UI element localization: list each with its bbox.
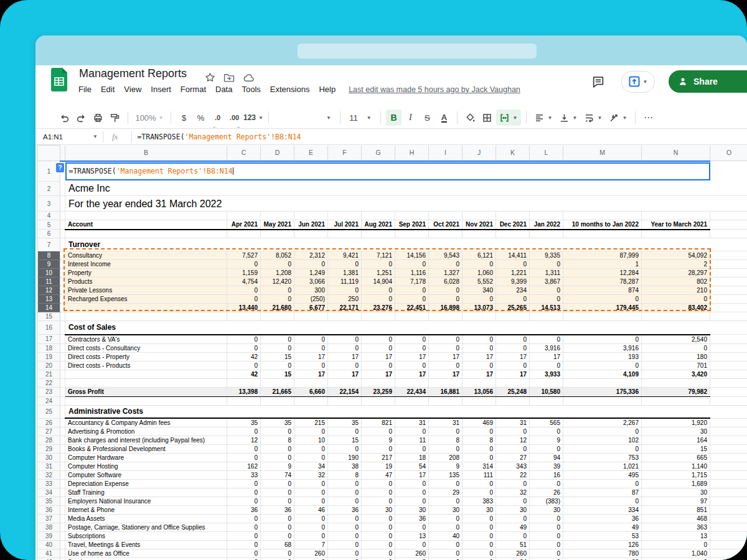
cell-value[interactable]: 0 <box>429 343 463 352</box>
cell-value[interactable]: 0 <box>261 497 294 506</box>
cell-label-18[interactable]: Direct costs - Consultancy <box>65 343 227 352</box>
cell-value[interactable]: 49 <box>563 523 642 532</box>
cell-value[interactable]: 0 <box>496 260 530 269</box>
cell-label-30[interactable]: Computer Hardware <box>65 454 227 462</box>
cell-O15[interactable] <box>710 312 747 321</box>
cell-J24[interactable] <box>463 396 496 405</box>
cell-value[interactable]: 343 <box>496 462 530 471</box>
cell-label-34[interactable]: Staff Training <box>65 488 227 497</box>
cell-month-header[interactable]: Jan 2022 <box>530 220 563 230</box>
cell-value[interactable]: 30 <box>395 506 429 515</box>
cell-value[interactable]: 78,287 <box>563 278 642 286</box>
cell-value[interactable]: 0 <box>227 549 261 558</box>
cell-value[interactable]: 111 <box>463 471 496 480</box>
cell-A19[interactable] <box>60 352 65 361</box>
cell-value[interactable]: 0 <box>395 497 429 506</box>
cell-value[interactable]: 190 <box>328 454 362 462</box>
cell-value[interactable]: 68 <box>261 541 294 549</box>
cell-editor[interactable]: =TRANSPOSE('Management Reports'!B8:N14 <box>65 162 710 180</box>
cell-label-32[interactable]: Computer Software <box>65 471 227 480</box>
cell-value[interactable]: 0 <box>429 286 463 295</box>
cell-value[interactable]: 1,221 <box>496 269 530 278</box>
cell-value[interactable]: 9 <box>429 462 463 471</box>
cell-value[interactable]: 0 <box>429 260 463 269</box>
cell-value[interactable]: 21,665 <box>261 387 294 396</box>
col-header-A[interactable] <box>60 146 65 161</box>
menu-edit[interactable]: Edit <box>101 85 115 94</box>
horizontal-align-button[interactable]: ▼ <box>532 110 555 126</box>
cell-value[interactable]: 14,513 <box>530 304 563 312</box>
cell-value[interactable]: 12 <box>496 436 530 445</box>
cell-value[interactable]: 36 <box>227 506 261 515</box>
cell-value[interactable]: 23,259 <box>362 387 395 396</box>
cell-value[interactable]: 0 <box>463 295 496 304</box>
cell-A33[interactable] <box>60 480 65 488</box>
cell-L15[interactable] <box>530 312 563 321</box>
cell-value[interactable]: 0 <box>530 532 563 541</box>
cell-value[interactable]: 0 <box>395 427 429 436</box>
cell-value[interactable]: 7 <box>294 541 328 549</box>
cell-K4[interactable] <box>496 212 530 220</box>
cell-A26[interactable] <box>60 418 65 427</box>
cell-B6[interactable] <box>65 230 227 238</box>
cell-A27[interactable] <box>60 427 65 436</box>
cell-A8[interactable] <box>60 251 65 260</box>
cell-A25[interactable] <box>60 405 65 418</box>
row-header-2[interactable]: 2 <box>38 182 60 196</box>
cell-value[interactable]: 193 <box>563 352 642 361</box>
cell-value[interactable]: 23,276 <box>362 304 395 312</box>
cell-value[interactable]: 17 <box>496 370 530 378</box>
cell-value[interactable]: 35 <box>227 418 261 427</box>
cell-value[interactable]: 0 <box>294 497 328 506</box>
cell-month-header[interactable]: Sep 2021 <box>395 220 429 230</box>
menu-data[interactable]: Data <box>215 85 232 94</box>
cell-value[interactable]: 0 <box>227 523 261 532</box>
cell-value[interactable]: 17 <box>429 370 463 378</box>
cell-E15[interactable] <box>294 312 328 321</box>
cell-O6[interactable] <box>710 230 747 238</box>
cell-value[interactable]: 2,540 <box>642 335 710 344</box>
cell-value[interactable]: 15 <box>261 370 294 378</box>
cell-value[interactable]: 0 <box>496 532 530 541</box>
cell-value[interactable]: 40 <box>429 532 463 541</box>
col-header-F[interactable]: F <box>328 146 362 161</box>
cell-value[interactable]: 0 <box>530 335 563 344</box>
cell-label-13[interactable]: Recharged Expenses <box>65 295 227 304</box>
cell-J4[interactable] <box>463 212 496 220</box>
cell-K22[interactable] <box>496 378 530 387</box>
font-size-select[interactable]: 11▼ <box>345 110 375 126</box>
cell-value[interactable]: 0 <box>530 480 563 488</box>
cell-title-3[interactable]: For the year ended 31 March 2022 <box>65 196 747 212</box>
cell-value[interactable]: 87,999 <box>563 251 642 260</box>
cell-value[interactable]: 363 <box>642 523 710 532</box>
cell-value[interactable]: 8 <box>429 436 463 445</box>
cell-value[interactable]: 0 <box>496 427 530 436</box>
cell-value[interactable]: 0 <box>362 286 395 295</box>
cell-value[interactable]: 0 <box>227 480 261 488</box>
cell-value[interactable]: 0 <box>395 558 429 560</box>
menu-extensions[interactable]: Extensions <box>270 85 310 94</box>
cell-value[interactable]: 0 <box>429 295 463 304</box>
cell-value[interactable]: 13,056 <box>463 387 496 396</box>
cell-value[interactable]: 0 <box>328 497 362 506</box>
cell-value[interactable]: 1,381 <box>328 269 362 278</box>
cell-value[interactable]: 14,411 <box>496 251 530 260</box>
cloud-status-icon[interactable] <box>243 73 255 82</box>
cell-value[interactable]: 0 <box>261 549 294 558</box>
cell-value[interactable]: 0 <box>496 480 530 488</box>
row-header-36[interactable]: 36 <box>38 506 60 515</box>
cell-value[interactable]: 0 <box>429 549 463 558</box>
cell-value[interactable]: 12 <box>227 436 261 445</box>
cell-value[interactable]: 16 <box>530 471 563 480</box>
cell-A13[interactable] <box>60 295 65 304</box>
cell-value[interactable]: 3,916 <box>563 343 642 352</box>
cell-M15[interactable] <box>563 312 642 321</box>
cell-value[interactable]: 874 <box>563 286 642 295</box>
font-select[interactable]: ▼ <box>274 110 335 126</box>
row-header-31[interactable]: 31 <box>38 462 60 471</box>
cell-value[interactable]: 0 <box>227 558 261 560</box>
row-header-8[interactable]: 8 <box>38 251 60 260</box>
cell-A23[interactable] <box>60 387 65 396</box>
cell-value[interactable]: 79,982 <box>642 387 710 396</box>
cell-label-9[interactable]: Interest Income <box>65 260 227 269</box>
